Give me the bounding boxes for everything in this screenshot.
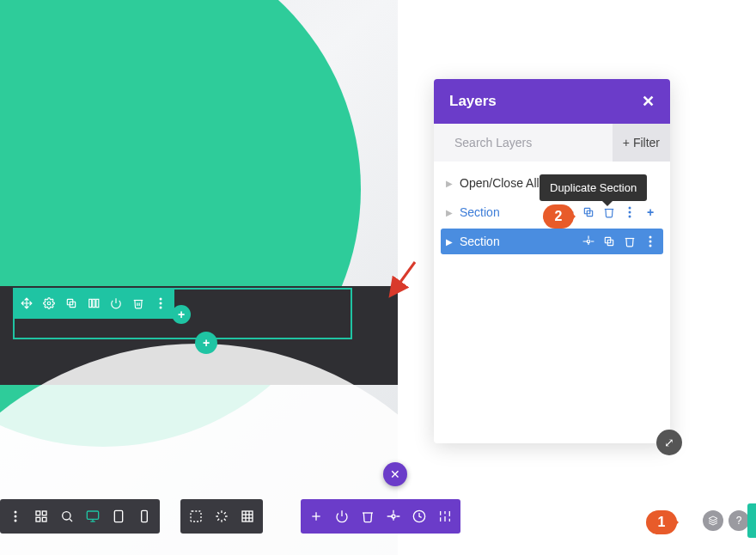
builder-canvas[interactable] (0, 0, 398, 555)
wireframe-icon[interactable] (33, 508, 50, 525)
columns-icon[interactable] (85, 295, 102, 312)
svg-rect-19 (87, 511, 98, 519)
svg-point-55 (649, 245, 652, 247)
gear-icon[interactable] (40, 295, 58, 312)
duplicate-icon[interactable] (601, 234, 617, 249)
help-button[interactable]: ? (729, 510, 749, 531)
add-column-button[interactable]: + (172, 305, 191, 324)
annotation-number: 1 (646, 510, 677, 534)
close-panel-button[interactable]: ✕ (383, 462, 407, 486)
add-row-button[interactable]: + (195, 332, 217, 354)
svg-rect-26 (191, 511, 201, 521)
desktop-icon[interactable] (84, 508, 101, 525)
layers-search-bar: + Filter (434, 124, 670, 162)
resize-handle[interactable]: ⤢ (656, 430, 682, 455)
filter-label: Filter (633, 136, 660, 149)
svg-line-18 (70, 519, 72, 521)
trash-icon[interactable] (130, 295, 147, 312)
svg-rect-3 (89, 299, 92, 307)
select-icon[interactable] (187, 508, 204, 525)
svg-rect-24 (142, 510, 148, 521)
svg-point-47 (629, 207, 631, 210)
svg-point-10 (15, 511, 17, 514)
click-icon[interactable] (213, 508, 230, 525)
layers-title: Layers (449, 93, 497, 110)
svg-rect-16 (42, 517, 46, 521)
row-toolbar (13, 288, 174, 319)
phone-icon[interactable] (136, 508, 153, 525)
svg-rect-13 (36, 511, 40, 515)
chevron-right-icon[interactable]: ▶ (446, 237, 454, 247)
chevron-right-icon[interactable]: ▶ (446, 179, 454, 188)
layers-toggle-button[interactable] (703, 510, 723, 531)
trash-icon[interactable] (622, 234, 637, 249)
svg-point-0 (47, 302, 51, 305)
trash-icon[interactable] (601, 204, 617, 220)
svg-rect-27 (242, 511, 253, 521)
layer-label[interactable]: Section (460, 235, 576, 248)
svg-rect-14 (42, 511, 46, 515)
tooltip-duplicate-section: Duplicate Section (540, 174, 647, 201)
duplicate-icon[interactable] (63, 295, 80, 312)
gear-icon[interactable] (560, 204, 576, 220)
svg-rect-4 (93, 299, 95, 307)
save-button-edge[interactable] (747, 503, 756, 538)
svg-point-12 (15, 520, 17, 522)
move-icon[interactable] (18, 295, 35, 312)
svg-rect-22 (114, 510, 122, 521)
power-icon[interactable] (333, 508, 351, 525)
svg-point-48 (629, 211, 631, 214)
annotation-callout-1: 1 (646, 510, 677, 534)
svg-point-8 (160, 302, 162, 305)
tablet-icon[interactable] (110, 508, 127, 525)
gear-icon[interactable] (385, 508, 402, 525)
annotation-arrow (385, 258, 419, 301)
power-icon[interactable] (107, 295, 125, 312)
svg-point-7 (160, 298, 162, 301)
layer-row-section-active[interactable]: ▶ Section (441, 229, 663, 254)
svg-point-17 (63, 512, 70, 520)
svg-marker-43 (709, 516, 717, 521)
filter-button[interactable]: + Filter (613, 124, 670, 162)
actions-bar (301, 499, 460, 534)
svg-point-11 (15, 515, 17, 518)
interaction-mode-bar (180, 499, 263, 534)
svg-line-57 (392, 262, 415, 294)
more-icon[interactable] (7, 508, 24, 525)
svg-point-53 (649, 236, 652, 239)
plus-icon: + (623, 136, 630, 149)
svg-point-54 (649, 241, 652, 243)
duplicate-icon[interactable] (581, 204, 596, 220)
view-mode-bar (0, 499, 160, 534)
layer-label[interactable]: Section (460, 205, 555, 219)
plus-icon[interactable] (308, 508, 325, 525)
more-icon[interactable] (643, 234, 658, 249)
sliders-icon[interactable] (436, 508, 454, 525)
more-icon[interactable] (152, 295, 169, 312)
zoom-icon[interactable] (58, 508, 76, 525)
svg-rect-15 (36, 517, 40, 521)
layers-panel-header[interactable]: Layers ✕ (434, 79, 670, 124)
search-input[interactable] (454, 136, 606, 149)
grid-icon[interactable] (239, 508, 256, 525)
more-icon[interactable] (622, 204, 637, 220)
chevron-right-icon[interactable]: ▶ (446, 208, 454, 217)
trash-icon[interactable] (359, 508, 376, 525)
gear-icon[interactable] (581, 234, 596, 249)
add-icon[interactable]: + (643, 204, 658, 220)
svg-point-49 (629, 216, 631, 218)
svg-point-9 (160, 307, 162, 309)
close-icon[interactable]: ✕ (642, 92, 655, 111)
svg-rect-5 (96, 299, 99, 307)
layer-row-section[interactable]: ▶ Section + (441, 199, 663, 225)
layers-panel: Layers ✕ + Filter ▶ Open/Close All ▶ Sec… (434, 79, 670, 443)
layers-list: ▶ Open/Close All ▶ Section + ▶ Section (434, 162, 670, 443)
history-icon[interactable] (411, 508, 428, 525)
